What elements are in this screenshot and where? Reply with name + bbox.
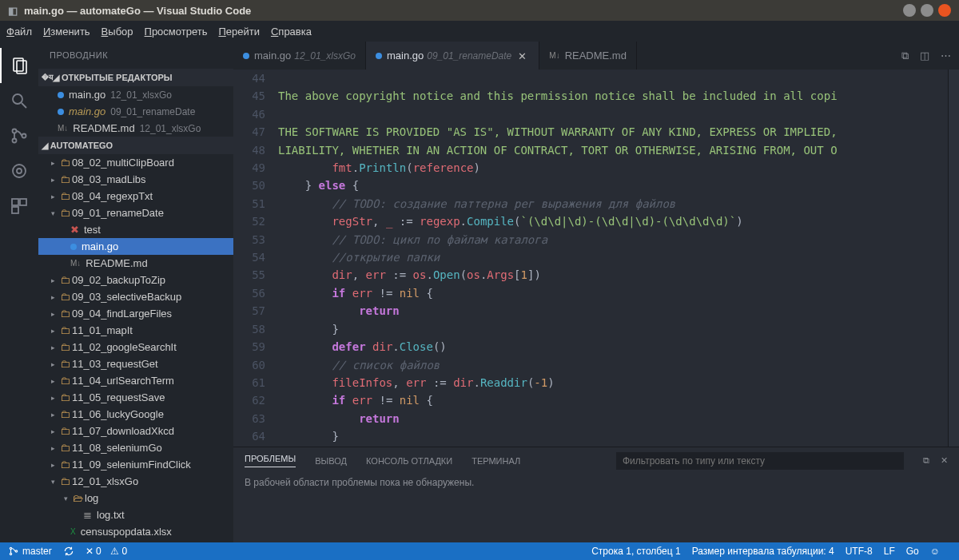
folder-icon: 🗀 — [58, 459, 72, 471]
window-close-button[interactable] — [938, 4, 951, 17]
window-minimize-button[interactable] — [903, 4, 916, 17]
panel-tab[interactable]: ТЕРМИНАЛ — [472, 456, 520, 466]
folder-item[interactable]: ▸🗀09_04_findLargeFiles — [38, 305, 233, 322]
panel-tab[interactable]: КОНСОЛЬ ОТЛАДКИ — [366, 456, 452, 466]
folder-item[interactable]: ▸🗀11_04_urlSearchTerm — [38, 372, 233, 389]
tab-label: main.go — [254, 50, 291, 62]
folder-item[interactable]: ▸🗀08_04_regexpTxt — [38, 188, 233, 205]
folder-item[interactable]: ▸🗀09_02_backupToZip — [38, 272, 233, 288]
status-indent[interactable]: Размер интервала табуляции: 4 — [692, 546, 834, 557]
open-editor-item[interactable]: main.go09_01_renameDate — [38, 103, 233, 120]
tab-close-icon[interactable]: ✕ — [518, 50, 529, 62]
split-editor-icon[interactable]: ◫ — [920, 50, 929, 62]
file-item[interactable]: M↓README.md — [38, 255, 233, 272]
open-editors-header[interactable]: �य ◢ ОТКРЫТЫЕ РЕДАКТОРЫ — [38, 69, 233, 86]
folder-item[interactable]: ▸🗀11_05_requestSave — [38, 389, 233, 406]
folder-item[interactable]: ▾🗀12_01_xlsxGo — [38, 473, 233, 490]
file-item[interactable]: ✖test — [38, 221, 233, 238]
svg-rect-9 — [12, 199, 18, 205]
window-title: main.go — automateGo — Visual Studio Cod… — [24, 5, 251, 17]
svg-point-2 — [13, 94, 22, 104]
status-encoding[interactable]: UTF-8 — [846, 546, 873, 557]
file-item[interactable]: ≣log.txt — [38, 506, 233, 523]
folder-icon: 🗀 — [58, 375, 72, 387]
status-cursor[interactable]: Строка 1, столбец 1 — [591, 546, 680, 557]
svg-line-3 — [22, 103, 26, 108]
line-gutter: 4445464748495051525354555657585960616263… — [233, 70, 278, 447]
code-area[interactable]: The above copyright notice and this perm… — [278, 70, 948, 447]
problems-body: В рабочей области проблемы пока не обнар… — [233, 474, 959, 491]
panel-tab[interactable]: ВЫВОД — [315, 456, 347, 466]
folder-icon: 🗀 — [58, 291, 72, 303]
status-branch[interactable]: master — [8, 546, 52, 557]
svg-point-14 — [15, 550, 17, 552]
folder-icon: 🗀 — [58, 274, 72, 286]
folder-item[interactable]: ▸🗀11_01_mapIt — [38, 322, 233, 339]
file-item[interactable]: Xcensuspopdata.xlsx — [38, 523, 233, 540]
folder-item[interactable]: ▸🗀08_02_multiClipBoard — [38, 154, 233, 171]
editor-tabs: main.go12_01_xlsxGomain.go09_01_renameDa… — [233, 42, 959, 70]
extensions-icon[interactable] — [0, 189, 38, 224]
folder-icon: 🗀 — [58, 157, 72, 169]
bottom-panel: ПРОБЛЕМЫВЫВОДКОНСОЛЬ ОТЛАДКИТЕРМИНАЛ ⧉ ✕… — [233, 447, 959, 542]
project-title: AUTOMATEGO — [50, 141, 113, 150]
open-editors-label: ОТКРЫТЫЕ РЕДАКТОРЫ — [62, 73, 173, 82]
status-bar: master ✕ 0 ⚠ 0 Строка 1, столбец 1 Разме… — [0, 542, 959, 560]
scrollbar[interactable] — [948, 70, 959, 447]
folder-icon: 🗁 — [70, 492, 85, 504]
folder-item[interactable]: ▸🗀08_03_madLibs — [38, 171, 233, 188]
panel-tabs: ПРОБЛЕМЫВЫВОДКОНСОЛЬ ОТЛАДКИТЕРМИНАЛ ⧉ ✕ — [233, 447, 959, 474]
editor-tab[interactable]: main.go09_01_renameDate✕ — [366, 42, 539, 70]
menu-Файл[interactable]: Файл — [6, 26, 32, 38]
editor-body[interactable]: 4445464748495051525354555657585960616263… — [233, 70, 959, 447]
folder-item[interactable]: ▾🗁log — [38, 490, 233, 506]
menu-Перейти[interactable]: Перейти — [218, 26, 260, 38]
folder-icon: 🗀 — [58, 308, 72, 320]
svg-point-6 — [22, 134, 26, 138]
folder-icon: 🗀 — [58, 207, 72, 219]
split-horizontal-icon[interactable]: ⧉ — [901, 50, 909, 62]
folder-icon: 🗀 — [58, 425, 72, 437]
folder-item[interactable]: ▸🗀11_02_googleSearchIt — [38, 339, 233, 355]
menu-Справка[interactable]: Справка — [271, 26, 312, 38]
folder-item[interactable]: ▸🗀11_03_requestGet — [38, 355, 233, 372]
panel-close-icon[interactable]: ✕ — [941, 455, 948, 466]
folder-item[interactable]: ▾🗀09_01_renameDate — [38, 205, 233, 221]
svg-point-5 — [13, 139, 17, 143]
panel-tab[interactable]: ПРОБЛЕМЫ — [245, 454, 296, 467]
debug-icon[interactable] — [0, 153, 38, 189]
menu-Выбор[interactable]: Выбор — [101, 26, 133, 38]
menu-Просмотреть[interactable]: Просмотреть — [145, 26, 208, 38]
status-lang[interactable]: Go — [906, 546, 919, 557]
status-problems[interactable]: ✕ 0 ⚠ 0 — [86, 546, 127, 557]
editor-tab[interactable]: M↓README.md — [539, 42, 637, 70]
folder-item[interactable]: ▸🗀11_08_seleniumGo — [38, 439, 233, 456]
folder-icon: 🗀 — [58, 391, 72, 403]
folder-item[interactable]: ▸🗀09_03_selectiveBackup — [38, 288, 233, 305]
panel-clear-icon[interactable]: ⧉ — [923, 455, 929, 466]
open-editor-item[interactable]: M↓README.md12_01_xlsxGo — [38, 120, 233, 137]
folder-icon: 🗀 — [58, 324, 72, 336]
sidebar: ПРОВОДНИК �य ◢ ОТКРЫТЫЕ РЕДАКТОРЫ main.g… — [38, 42, 233, 542]
svg-rect-11 — [12, 207, 18, 213]
folder-icon: 🗀 — [58, 442, 72, 454]
menubar: ФайлИзменитьВыборПросмотретьПерейтиСправ… — [0, 21, 959, 42]
folder-item[interactable]: ▸🗀11_07_downloadXkcd — [38, 423, 233, 439]
editor-tab[interactable]: main.go12_01_xlsxGo — [233, 42, 366, 70]
scm-icon[interactable] — [0, 118, 38, 153]
window-maximize-button[interactable] — [921, 4, 933, 17]
status-eol[interactable]: LF — [884, 546, 895, 557]
explorer-icon[interactable] — [0, 48, 38, 83]
file-item[interactable]: main.go — [38, 238, 233, 255]
status-sync[interactable] — [63, 546, 74, 557]
folder-item[interactable]: ▸🗀11_06_luckyGoogle — [38, 406, 233, 423]
status-feedback-icon[interactable]: ☺ — [930, 546, 940, 557]
search-icon[interactable] — [0, 83, 38, 118]
problems-filter-input[interactable] — [616, 452, 904, 470]
open-editor-item[interactable]: main.go12_01_xlsxGo — [38, 86, 233, 103]
titlebar: ◧ main.go — automateGo — Visual Studio C… — [0, 0, 959, 21]
menu-Изменить[interactable]: Изменить — [43, 26, 90, 38]
project-header[interactable]: ◢ AUTOMATEGO — [38, 137, 233, 154]
more-actions-icon[interactable]: ⋯ — [941, 50, 951, 62]
folder-item[interactable]: ▸🗀11_09_seleniumFindClick — [38, 456, 233, 473]
